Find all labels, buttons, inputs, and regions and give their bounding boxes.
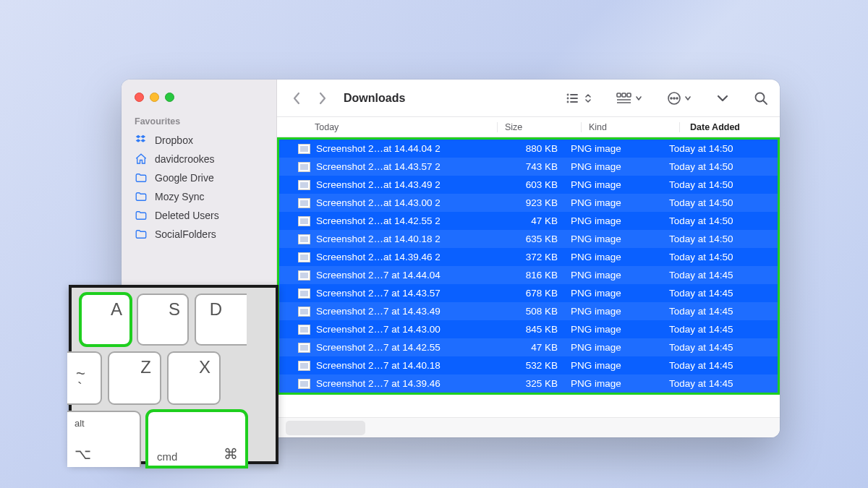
file-name: Screenshot 2…at 14.43.49 2 (316, 179, 500, 190)
file-name: Screenshot 2…at 14.44.04 2 (316, 143, 500, 154)
file-row[interactable]: Screenshot 2…7 at 14.43.57678 KBPNG imag… (279, 284, 778, 302)
file-size: 508 KB (500, 306, 571, 317)
action-menu-button[interactable] (667, 91, 692, 106)
file-name: Screenshot 2…7 at 14.43.57 (316, 288, 500, 299)
col-name[interactable]: Today (315, 122, 497, 132)
svg-rect-7 (622, 93, 626, 97)
svg-line-16 (764, 100, 767, 104)
file-thumbnail-icon (298, 270, 310, 281)
sidebar-item-deleted-users[interactable]: Deleted Users (122, 206, 276, 225)
close-button[interactable] (135, 93, 144, 102)
file-row[interactable]: Screenshot 2…7 at 14.39.46325 KBPNG imag… (279, 374, 778, 393)
file-name: Screenshot 2…7 at 14.42.55 (316, 342, 500, 353)
file-thumbnail-icon (298, 307, 310, 317)
file-kind: PNG image (571, 324, 669, 335)
file-list: Screenshot 2…at 14.44.04 2880 KBPNG imag… (277, 137, 780, 417)
sidebar-item-dropbox[interactable]: Dropbox (122, 131, 276, 150)
file-kind: PNG image (571, 306, 669, 317)
sidebar-item-label: davidcrookes (155, 153, 215, 165)
file-date: Today at 14:50 (669, 179, 733, 190)
sidebar-item-label: Deleted Users (155, 210, 219, 221)
file-row[interactable]: Screenshot 2…at 14.39.46 2372 KBPNG imag… (279, 248, 778, 266)
file-kind: PNG image (571, 288, 669, 299)
file-thumbnail-icon (298, 162, 310, 172)
file-name: Screenshot 2…at 14.43.57 2 (316, 161, 500, 172)
file-row[interactable]: Screenshot 2…7 at 14.40.18532 KBPNG imag… (279, 356, 778, 374)
file-size: 845 KB (500, 324, 571, 335)
sidebar-item-label: SocialFolders (155, 228, 216, 240)
file-name: Screenshot 2…at 14.40.18 2 (316, 234, 500, 244)
svg-point-2 (568, 98, 569, 98)
view-mode-button[interactable] (566, 93, 592, 104)
folder-icon (135, 228, 148, 241)
sidebar-item-google-drive[interactable]: Google Drive (122, 168, 276, 187)
group-button[interactable] (616, 93, 642, 104)
file-kind: PNG image (571, 161, 669, 172)
path-segment[interactable] (286, 421, 365, 435)
folder-icon (135, 171, 148, 184)
file-row[interactable]: Screenshot 2…at 14.43.49 2603 KBPNG imag… (279, 176, 778, 194)
file-size: 372 KB (500, 252, 571, 262)
file-thumbnail-icon (298, 144, 310, 154)
file-row[interactable]: Screenshot 2…at 14.40.18 2635 KBPNG imag… (279, 230, 778, 248)
sidebar-item-davidcrookes[interactable]: davidcrookes (122, 150, 276, 168)
file-row[interactable]: Screenshot 2…7 at 14.42.5547 KBPNG image… (279, 338, 778, 356)
file-size: 603 KB (500, 179, 571, 190)
folder-icon (135, 190, 148, 203)
svg-point-12 (671, 98, 672, 99)
file-kind: PNG image (571, 378, 669, 389)
file-size: 47 KB (500, 342, 571, 353)
maximize-button[interactable] (165, 93, 174, 102)
search-button[interactable] (754, 91, 768, 106)
file-date: Today at 14:45 (669, 270, 733, 281)
file-date: Today at 14:50 (669, 252, 733, 262)
col-size[interactable]: Size (497, 122, 581, 132)
file-thumbnail-icon (298, 252, 310, 262)
file-row[interactable]: Screenshot 2…at 14.42.55 247 KBPNG image… (279, 212, 778, 230)
file-row[interactable]: Screenshot 2…7 at 14.44.04816 KBPNG imag… (279, 266, 778, 284)
file-kind: PNG image (571, 234, 669, 244)
file-size: 325 KB (500, 378, 571, 389)
file-date: Today at 14:45 (669, 378, 733, 389)
overflow-button[interactable] (716, 94, 729, 103)
file-thumbnail-icon (298, 288, 310, 299)
file-size: 880 KB (500, 143, 571, 154)
toolbar: Downloads (277, 80, 780, 117)
file-row[interactable]: Screenshot 2…at 14.43.00 2923 KBPNG imag… (279, 194, 778, 212)
minimize-button[interactable] (150, 93, 159, 102)
col-date-added[interactable]: Date Added (679, 122, 740, 132)
file-row[interactable]: Screenshot 2…7 at 14.43.49508 KBPNG imag… (279, 302, 778, 320)
file-kind: PNG image (571, 215, 669, 226)
file-kind: PNG image (571, 342, 669, 353)
file-row[interactable]: Screenshot 2…at 14.44.04 2880 KBPNG imag… (279, 140, 778, 158)
file-date: Today at 14:45 (669, 288, 733, 299)
svg-rect-8 (627, 93, 631, 97)
file-name: Screenshot 2…7 at 14.39.46 (316, 378, 500, 389)
selection-highlight: Screenshot 2…at 14.44.04 2880 KBPNG imag… (277, 137, 780, 395)
file-name: Screenshot 2…at 14.39.46 2 (316, 252, 500, 262)
key-alt: alt⌥ (67, 411, 141, 467)
file-size: 678 KB (500, 288, 571, 299)
forward-button[interactable] (315, 90, 331, 106)
file-kind: PNG image (571, 179, 669, 190)
file-size: 635 KB (500, 234, 571, 244)
back-button[interactable] (289, 90, 305, 106)
file-thumbnail-icon (298, 216, 310, 226)
file-date: Today at 14:45 (669, 360, 733, 371)
file-row[interactable]: Screenshot 2…at 14.43.57 2743 KBPNG imag… (279, 158, 778, 176)
file-date: Today at 14:50 (669, 143, 733, 154)
key-d: D (195, 294, 247, 346)
file-thumbnail-icon (298, 180, 310, 190)
sidebar-item-mozy-sync[interactable]: Mozy Sync (122, 187, 276, 206)
svg-point-0 (568, 94, 569, 95)
sidebar-item-label: Dropbox (155, 134, 193, 146)
sidebar-item-socialfolders[interactable]: SocialFolders (122, 225, 276, 244)
key-x: X (167, 351, 221, 405)
path-bar (277, 417, 780, 437)
main-pane: Downloads (277, 80, 780, 437)
file-thumbnail-icon (298, 361, 310, 371)
file-kind: PNG image (571, 270, 669, 281)
file-row[interactable]: Screenshot 2…7 at 14.43.00845 KBPNG imag… (279, 320, 778, 338)
file-size: 923 KB (500, 197, 571, 208)
col-kind[interactable]: Kind (581, 122, 679, 132)
